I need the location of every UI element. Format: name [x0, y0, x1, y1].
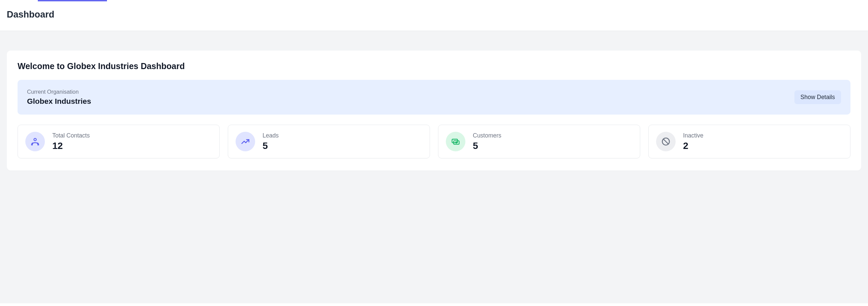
org-name: Globex Industries [27, 97, 91, 106]
stat-value: 12 [52, 141, 90, 151]
stat-label: Customers [473, 132, 501, 139]
stat-text: Customers 5 [473, 132, 501, 151]
org-banner: Current Organisation Globex Industries S… [18, 80, 850, 115]
stat-card-inactive: Inactive 2 [648, 125, 850, 158]
stat-label: Inactive [683, 132, 703, 139]
stat-label: Total Contacts [52, 132, 90, 139]
stat-text: Total Contacts 12 [52, 132, 90, 151]
trending-up-icon [236, 132, 255, 151]
stat-card-total-contacts: Total Contacts 12 [18, 125, 220, 158]
stat-text: Leads 5 [263, 132, 279, 151]
org-label: Current Organisation [27, 89, 91, 95]
svg-point-0 [34, 139, 36, 141]
content-area: Welcome to Globex Industries Dashboard C… [0, 31, 868, 303]
stat-text: Inactive 2 [683, 132, 703, 151]
page-title: Dashboard [7, 9, 861, 20]
ban-icon [656, 132, 676, 151]
svg-line-5 [663, 139, 668, 144]
users-icon [25, 132, 45, 151]
stats-row: Total Contacts 12 Leads 5 [18, 125, 850, 158]
stat-label: Leads [263, 132, 279, 139]
welcome-heading: Welcome to Globex Industries Dashboard [18, 61, 850, 71]
stat-value: 5 [263, 141, 279, 151]
show-details-button[interactable]: Show Details [794, 90, 841, 104]
stat-value: 2 [683, 141, 703, 151]
org-info: Current Organisation Globex Industries [27, 89, 91, 106]
stat-value: 5 [473, 141, 501, 151]
dashboard-panel: Welcome to Globex Industries Dashboard C… [7, 51, 861, 171]
page-header: Dashboard [0, 1, 868, 31]
stat-card-leads: Leads 5 [228, 125, 430, 158]
cash-icon [446, 132, 465, 151]
stat-card-customers: Customers 5 [438, 125, 640, 158]
